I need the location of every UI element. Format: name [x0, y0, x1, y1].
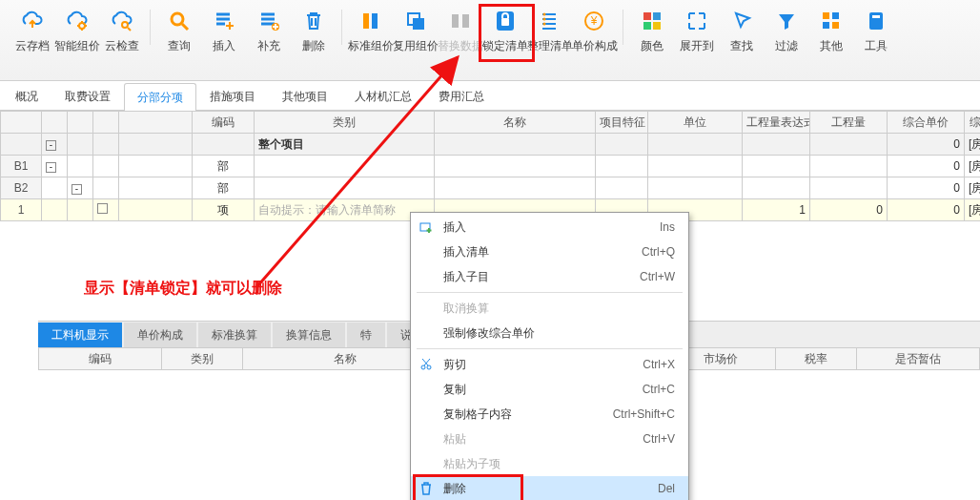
sub-col-header[interactable]: 编码 [39, 348, 162, 370]
sub-col-header[interactable]: 类别 [161, 348, 242, 370]
col-header[interactable]: 项目特征 [596, 112, 648, 134]
main-grid[interactable]: 编码类别名称项目特征单位工程量表达式工程量综合单价综合合价-整个项目0[房屋B1… [0, 111, 980, 221]
cloud-gear-icon [64, 8, 91, 34]
menu-item-1[interactable]: 插入清单Ctrl+Q [411, 240, 688, 264]
menu-item-4: 取消换算 [411, 296, 688, 321]
subtab-1[interactable]: 单价构成 [124, 323, 196, 347]
toolbar-trash[interactable]: 删除 [291, 6, 336, 54]
toolbar-cloud-up[interactable]: 云存档 [10, 6, 54, 54]
svg-point-14 [542, 13, 545, 16]
menu-item-0[interactable]: 插入Ins [411, 215, 688, 240]
reuse-icon [402, 8, 429, 34]
toolbar-swap[interactable]: 替换数据 [438, 6, 482, 54]
svg-line-2 [128, 28, 131, 31]
trash-icon [300, 8, 327, 34]
toolbar-cloud-gear[interactable]: 智能组价 [54, 6, 99, 54]
svg-point-32 [427, 365, 431, 369]
toolbar-palette[interactable]: 颜色 [629, 6, 674, 54]
tab-3[interactable]: 措施项目 [196, 82, 269, 110]
svg-rect-13 [501, 18, 509, 26]
cloud-search-icon [109, 8, 135, 34]
menu-item-10: 粘贴Ctrl+V [411, 427, 688, 451]
grid-icon [818, 8, 845, 34]
table-row[interactable]: B1-部0[房屋 [1, 156, 981, 177]
table-row[interactable]: B2-部0[房屋 [1, 177, 981, 199]
menu-item-7[interactable]: 剪切Ctrl+X [411, 352, 688, 377]
tab-4[interactable]: 其他项目 [269, 82, 341, 110]
sub-col-header[interactable]: 是否暂估 [857, 348, 980, 370]
svg-rect-10 [452, 14, 459, 28]
svg-rect-20 [653, 12, 661, 20]
svg-point-0 [79, 23, 85, 29]
expand-icon [684, 8, 710, 34]
context-menu[interactable]: 插入Ins插入清单Ctrl+Q插入子目Ctrl+W取消换算强制修改综合单价剪切C… [410, 212, 689, 500]
annotation-text: 显示【清单锁定】就可以删除 [84, 279, 282, 299]
col-header[interactable]: 工程量 [810, 112, 888, 134]
toolbar-price[interactable]: ¥单价构成 [572, 6, 617, 54]
svg-rect-26 [832, 22, 839, 29]
tab-2[interactable]: 分部分项 [124, 83, 196, 111]
toolbar-list-add[interactable]: 补充 [246, 6, 291, 54]
toolbar-cloud-search[interactable]: 云检查 [99, 6, 144, 54]
palette-icon [639, 8, 665, 34]
toolbar: 云存档智能组价云检查查询插入补充删除标准组价复用组价替换数据锁定清单整理清单¥单… [0, 0, 980, 81]
svg-rect-28 [872, 15, 880, 18]
menu-item-12[interactable]: 删除Del [411, 476, 688, 500]
col-header[interactable]: 名称 [435, 112, 596, 134]
col-header[interactable]: 单位 [648, 112, 743, 134]
svg-point-1 [122, 22, 128, 28]
toolbar-search[interactable]: 查询 [156, 6, 201, 54]
lock-icon [492, 8, 519, 34]
toolbar-std[interactable]: 标准组价 [348, 6, 393, 54]
tab-bar: 概况取费设置分部分项措施项目其他项目人材机汇总费用汇总 [0, 81, 980, 111]
price-icon: ¥ [582, 8, 608, 34]
subtab-3[interactable]: 换算信息 [273, 323, 345, 347]
table-row[interactable]: -整个项目0[房屋 [1, 134, 981, 156]
toolbar-find[interactable]: 查找 [719, 6, 764, 54]
col-header[interactable] [119, 112, 193, 134]
svg-text:¥: ¥ [589, 14, 597, 28]
tab-0[interactable]: 概况 [2, 82, 51, 110]
tab-5[interactable]: 人材机汇总 [341, 82, 425, 110]
subtab-0[interactable]: 工料机显示 [38, 323, 122, 347]
tab-1[interactable]: 取费设置 [51, 82, 124, 110]
col-header[interactable]: 工程量表达式 [743, 112, 810, 134]
toolbar-expand[interactable]: 展开到 [674, 6, 719, 54]
col-header[interactable]: 类别 [255, 112, 435, 134]
swap-icon [447, 8, 474, 34]
menu-item-5[interactable]: 强制修改综合单价 [411, 321, 688, 345]
svg-rect-25 [823, 22, 829, 29]
svg-rect-11 [462, 14, 469, 28]
svg-rect-9 [413, 18, 424, 30]
menu-item-9[interactable]: 复制格子内容Ctrl+Shift+C [411, 402, 688, 427]
menu-item-2[interactable]: 插入子目Ctrl+W [411, 264, 688, 289]
list-plus-icon [211, 8, 237, 34]
subtab-4[interactable]: 特 [347, 323, 385, 347]
col-header[interactable]: 综合单价 [888, 112, 965, 134]
toolbar-list-plus[interactable]: 插入 [201, 6, 246, 54]
svg-rect-27 [869, 12, 883, 30]
toolbar-filter[interactable]: 过滤 [764, 6, 808, 54]
col-header[interactable]: 综合合价 [965, 112, 981, 134]
menu-item-11: 粘贴为子项 [411, 451, 688, 476]
toolbar-grid[interactable]: 其他 [808, 6, 853, 54]
sub-col-header[interactable]: 税率 [775, 348, 856, 370]
std-icon [357, 8, 384, 34]
find-icon [728, 8, 755, 34]
subtab-2[interactable]: 标准换算 [198, 323, 271, 347]
toolbar-tool[interactable]: 工具 [853, 6, 898, 54]
svg-rect-6 [363, 13, 369, 29]
menu-item-8[interactable]: 复制Ctrl+C [411, 377, 688, 402]
toolbar-sort[interactable]: 整理清单 [527, 6, 572, 54]
svg-rect-22 [653, 22, 661, 30]
svg-rect-21 [643, 22, 651, 30]
toolbar-reuse[interactable]: 复用组价 [393, 6, 438, 54]
toolbar-lock[interactable]: 锁定清单 [482, 6, 527, 54]
svg-rect-24 [832, 12, 839, 19]
col-header[interactable]: 编码 [193, 112, 255, 134]
search-icon [166, 8, 193, 34]
sort-icon [537, 8, 563, 34]
cloud-up-icon [19, 8, 46, 34]
tab-6[interactable]: 费用汇总 [425, 82, 498, 110]
svg-point-31 [421, 365, 425, 369]
